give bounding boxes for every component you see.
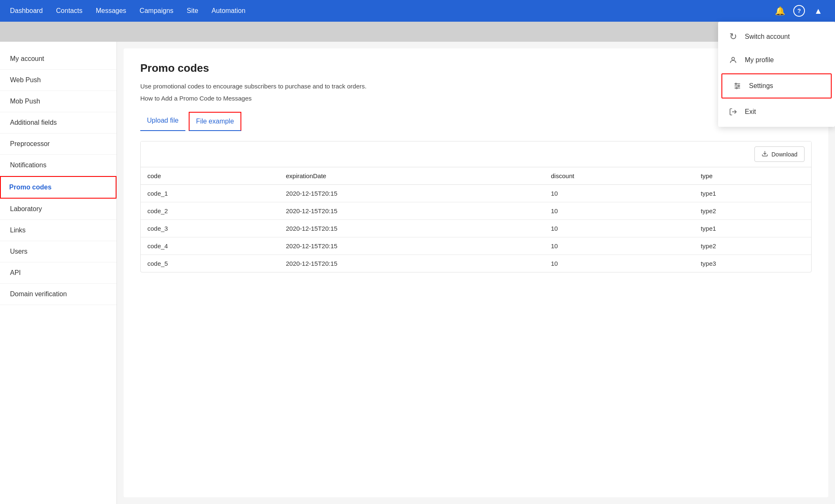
page-title: Promo codes	[140, 62, 812, 75]
nav-campaigns[interactable]: Campaigns	[139, 7, 173, 15]
sidebar-item-promo-codes[interactable]: Promo codes	[0, 176, 116, 199]
user-menu-arrow-icon[interactable]: ▲	[812, 4, 825, 18]
settings-icon	[732, 81, 742, 91]
table-cell-0-2: 10	[544, 185, 694, 202]
table-cell-4-1: 2020-12-15T20:15	[279, 255, 544, 272]
dropdown-exit[interactable]: Exit	[718, 100, 835, 123]
download-button[interactable]: Download	[754, 146, 805, 162]
table-cell-1-2: 10	[544, 202, 694, 220]
table-cell-1-3: type2	[694, 202, 811, 220]
page-link[interactable]: How to Add a Promo Code to Messages	[140, 95, 812, 102]
svg-point-0	[732, 57, 735, 60]
sidebar-item-preprocessor[interactable]: Preprocessor	[0, 134, 116, 155]
nav-links: Dashboard Contacts Messages Campaigns Si…	[10, 7, 773, 15]
nav-dashboard[interactable]: Dashboard	[10, 7, 43, 15]
table-cell-0-0: code_1	[141, 185, 279, 202]
table-card-header: Download	[141, 141, 811, 167]
sidebar-item-additional-fields[interactable]: Additional fields	[0, 112, 116, 134]
dropdown-settings[interactable]: Settings	[721, 73, 832, 98]
table-row: code_12020-12-15T20:1510type1	[141, 185, 811, 202]
nav-icon-group: 🔔 ? ▲	[773, 4, 825, 18]
exit-icon	[728, 107, 738, 117]
dropdown-switch-account[interactable]: ↻ Switch account	[718, 25, 835, 48]
col-header-type: type	[694, 167, 811, 185]
table-cell-4-0: code_5	[141, 255, 279, 272]
file-example-table-card: Download code expirationDate discount ty…	[140, 141, 812, 272]
sidebar: My account Web Push Mob Push Additional …	[0, 42, 117, 504]
table-header-row: code expirationDate discount type	[141, 167, 811, 185]
table-cell-3-0: code_4	[141, 237, 279, 255]
sidebar-item-users[interactable]: Users	[0, 241, 116, 262]
table-cell-3-1: 2020-12-15T20:15	[279, 237, 544, 255]
table-cell-1-1: 2020-12-15T20:15	[279, 202, 544, 220]
download-icon	[762, 150, 768, 158]
table-cell-0-1: 2020-12-15T20:15	[279, 185, 544, 202]
nav-site[interactable]: Site	[187, 7, 198, 15]
promo-codes-table: code expirationDate discount type code_1…	[141, 167, 811, 272]
table-row: code_32020-12-15T20:1510type1	[141, 220, 811, 237]
sidebar-item-api[interactable]: API	[0, 262, 116, 284]
nav-contacts[interactable]: Contacts	[56, 7, 82, 15]
svg-point-4	[735, 83, 736, 84]
help-icon[interactable]: ?	[793, 5, 805, 17]
sidebar-item-notifications[interactable]: Notifications	[0, 155, 116, 176]
table-cell-2-3: type1	[694, 220, 811, 237]
tab-file-example[interactable]: File example	[189, 112, 242, 131]
table-row: code_52020-12-15T20:1510type3	[141, 255, 811, 272]
bell-icon[interactable]: 🔔	[773, 4, 787, 18]
sidebar-item-laboratory[interactable]: Laboratory	[0, 199, 116, 220]
table-cell-4-2: 10	[544, 255, 694, 272]
sidebar-item-mob-push[interactable]: Mob Push	[0, 91, 116, 112]
table-cell-2-1: 2020-12-15T20:15	[279, 220, 544, 237]
user-dropdown-menu: ↻ Switch account My profile Settings Exi…	[718, 22, 835, 127]
main-layout: My account Web Push Mob Push Additional …	[0, 42, 835, 504]
switch-account-icon: ↻	[728, 32, 738, 42]
nav-automation[interactable]: Automation	[212, 7, 245, 15]
table-cell-2-2: 10	[544, 220, 694, 237]
switch-account-label: Switch account	[745, 33, 790, 40]
table-cell-3-2: 10	[544, 237, 694, 255]
tabs-container: Upload file File example	[140, 112, 812, 131]
table-cell-1-0: code_2	[141, 202, 279, 220]
table-row: code_42020-12-15T20:1510type2	[141, 237, 811, 255]
table-cell-2-0: code_3	[141, 220, 279, 237]
col-header-discount: discount	[544, 167, 694, 185]
table-cell-4-3: type3	[694, 255, 811, 272]
dropdown-my-profile[interactable]: My profile	[718, 48, 835, 72]
table-cell-0-3: type1	[694, 185, 811, 202]
svg-point-5	[738, 85, 739, 86]
svg-point-6	[736, 87, 737, 88]
gray-band	[0, 22, 835, 42]
col-header-expiration: expirationDate	[279, 167, 544, 185]
table-row: code_22020-12-15T20:1510type2	[141, 202, 811, 220]
my-profile-label: My profile	[745, 56, 774, 64]
download-label: Download	[772, 151, 797, 158]
exit-label: Exit	[745, 108, 756, 116]
sidebar-item-my-account[interactable]: My account	[0, 48, 116, 70]
col-header-code: code	[141, 167, 279, 185]
nav-messages[interactable]: Messages	[96, 7, 126, 15]
profile-icon	[728, 55, 738, 65]
page-description: Use promotional codes to encourage subsc…	[140, 81, 812, 91]
top-navigation: Dashboard Contacts Messages Campaigns Si…	[0, 0, 835, 22]
table-cell-3-3: type2	[694, 237, 811, 255]
sidebar-item-web-push[interactable]: Web Push	[0, 70, 116, 91]
tab-upload-file[interactable]: Upload file	[140, 112, 185, 131]
settings-label: Settings	[749, 82, 773, 90]
sidebar-item-links[interactable]: Links	[0, 220, 116, 241]
sidebar-item-domain-verification[interactable]: Domain verification	[0, 284, 116, 305]
